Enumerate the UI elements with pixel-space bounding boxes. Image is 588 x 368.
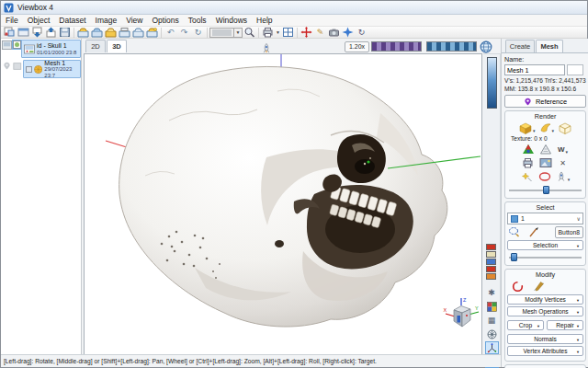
import-icon[interactable] [30, 27, 44, 39]
opacity-slider[interactable] [509, 186, 582, 194]
tab-create[interactable]: Create [505, 40, 535, 52]
redo-icon[interactable]: ↷ [177, 27, 191, 39]
mesh-toggle-icon[interactable] [26, 66, 32, 73]
normals-dropdown[interactable]: Normals [507, 334, 583, 344]
recent-files-icon[interactable] [145, 27, 159, 39]
repair-dropdown[interactable]: Repair [547, 320, 583, 330]
lasso-select-icon[interactable] [507, 225, 521, 238]
zoom-combobox[interactable]: ▼ [209, 28, 243, 38]
axes-toggle-icon[interactable] [485, 341, 499, 354]
save-icon[interactable] [58, 27, 72, 39]
crop-dropdown[interactable]: Crop [507, 320, 544, 330]
mesh-operations-dropdown[interactable]: Mesh Operations [507, 306, 583, 316]
new-dataset-icon[interactable] [3, 27, 17, 39]
wireframe-render-icon[interactable] [558, 121, 571, 134]
gear-icon[interactable]: ✱ [485, 286, 499, 299]
toolbar-separator [161, 28, 162, 38]
measure-pencil-icon[interactable]: ✎ [313, 27, 327, 39]
magnifier-icon[interactable] [243, 27, 256, 39]
wireframe-grid-icon[interactable]: ▦ [485, 314, 499, 327]
save-project-icon[interactable] [90, 27, 104, 39]
name-color-box[interactable] [567, 64, 583, 75]
name-input[interactable] [504, 64, 565, 75]
texture-label: Texture: 0 x 0 [507, 135, 583, 142]
button8[interactable]: Button8 [555, 226, 583, 238]
rotate-view-icon[interactable]: ↻ [355, 27, 368, 39]
reference-button[interactable]: Reference [504, 95, 586, 108]
color-chip-red2[interactable] [486, 266, 496, 272]
menu-windows[interactable]: Windows [211, 16, 252, 25]
image-icon[interactable] [538, 156, 552, 169]
delete-region-icon[interactable] [511, 280, 525, 293]
menu-help[interactable]: Help [252, 16, 277, 25]
zoom-level-button[interactable]: 1.20x [345, 41, 369, 52]
ghost-box-icon[interactable] [12, 61, 22, 71]
redo-all-icon[interactable]: ↻ [191, 27, 205, 39]
layout-grid-icon[interactable] [281, 27, 295, 39]
selection-dropdown[interactable]: Selection [507, 240, 583, 250]
ghost-pin-icon[interactable] [2, 61, 12, 71]
undo-icon[interactable]: ↶ [164, 27, 177, 39]
tree-node-skull[interactable]: id - Skull 1 01/01/2000 23:8 [21, 40, 81, 58]
toolbar-separator [297, 28, 298, 38]
export-icon[interactable] [44, 27, 58, 39]
tree-node-date: 01/01/2000 23:8 [37, 50, 76, 55]
red-ellipse-icon[interactable] [538, 170, 552, 183]
globe-icon[interactable] [480, 40, 492, 53]
menu-dataset[interactable]: Dataset [54, 16, 90, 25]
menu-file[interactable]: File [1, 16, 23, 25]
skull-render [85, 54, 481, 354]
pointer-tool-icon[interactable] [261, 41, 272, 53]
orientation-cube[interactable]: Z X Y [443, 293, 481, 336]
move-crosshair-icon[interactable] [300, 27, 313, 39]
toolbar-separator [258, 28, 259, 38]
tab-3d[interactable]: 3D [107, 40, 127, 52]
tab-mesh[interactable]: Mesh [536, 40, 563, 52]
3d-canvas[interactable]: Z X Y [84, 53, 482, 355]
color-chip-tan[interactable] [486, 251, 496, 258]
trackball-wheel-icon[interactable] [485, 328, 499, 340]
solid-render-icon[interactable]: ▾ [519, 121, 536, 134]
modify-vertices-dropdown[interactable]: Modify Vertices [507, 294, 583, 305]
print-texture-icon[interactable] [521, 156, 535, 169]
color-chip-red[interactable] [486, 244, 496, 250]
menu-options[interactable]: Options [147, 16, 183, 25]
target-star-icon[interactable] [341, 27, 355, 39]
texture-w-button[interactable]: W▾ [556, 143, 570, 155]
viewport-side-toolbar: ✱ ▦ [483, 53, 501, 355]
camera-icon[interactable] [327, 27, 341, 39]
colormap-blue-bar[interactable] [426, 41, 477, 52]
tree-node-mesh[interactable]: Mesh 1 29/07/2023 23:7 [23, 60, 81, 78]
name-label: Name: [504, 55, 586, 63]
menu-tools[interactable]: Tools [184, 16, 211, 25]
close-folder-icon[interactable] [118, 27, 131, 39]
print-icon[interactable] [261, 27, 275, 39]
rgb-triangle-icon[interactable] [521, 143, 535, 155]
clear-texture-icon[interactable]: ✕ [556, 156, 570, 169]
brush-size-slider[interactable] [509, 253, 582, 261]
gray-triangle-icon[interactable] [538, 143, 552, 155]
texture-grid-icon[interactable] [485, 300, 499, 313]
smooth-render-icon[interactable]: ▾ [539, 121, 555, 134]
depth-slider[interactable] [487, 57, 497, 109]
tab-2d[interactable]: 2D [85, 40, 106, 52]
menu-image[interactable]: Image [91, 16, 122, 25]
lamp-icon[interactable]: ▾ [556, 170, 571, 183]
menu-object[interactable]: Object [23, 16, 55, 25]
light-sparkle-icon[interactable] [521, 170, 535, 183]
draw-line-icon[interactable] [532, 280, 546, 293]
tree-node-date: 29/07/2023 23:7 [44, 66, 78, 78]
menu-view[interactable]: View [121, 16, 147, 25]
print-dropdown-icon[interactable]: ▼ [275, 27, 281, 39]
brush-select-icon[interactable] [526, 225, 540, 238]
open-folder-icon[interactable] [104, 27, 118, 39]
color-chip-orange[interactable] [486, 273, 496, 280]
colormap-purple-bar[interactable] [371, 41, 422, 52]
load-project-icon[interactable] [76, 27, 90, 39]
dataset-thumbnail-icon[interactable] [2, 40, 12, 50]
archive-icon[interactable] [131, 27, 145, 39]
selection-set-combo[interactable]: 1 [507, 213, 583, 224]
color-chip-blue[interactable] [486, 259, 496, 265]
vertex-attributes-dropdown[interactable]: Vertex Attributes [507, 346, 583, 356]
open-dataset-icon[interactable] [17, 27, 30, 39]
